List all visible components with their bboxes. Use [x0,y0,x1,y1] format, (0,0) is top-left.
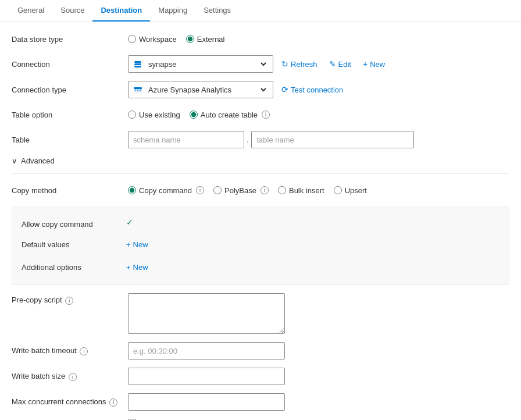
table-option-controls: Use existing Auto create table i [128,111,509,119]
write-batch-timeout-info-icon: i [80,347,88,355]
allow-copy-check-icon: ✓ [126,218,133,227]
write-batch-size-controls [128,368,509,385]
workspace-radio[interactable]: Workspace [128,35,177,44]
auto-create-radio[interactable]: Auto create table i [190,111,270,119]
copy-command-radio[interactable]: Copy command i [128,186,204,195]
upsert-radio-input[interactable] [334,186,342,194]
write-batch-size-input[interactable] [128,368,285,385]
advanced-toggle[interactable]: ∨ Advanced [12,156,509,165]
svg-rect-4 [134,87,142,89]
divider-1 [12,173,509,174]
workspace-radio-label: Workspace [139,35,177,44]
copy-command-radio-input[interactable] [128,186,136,194]
auto-create-info-icon: i [262,111,270,119]
new-additional-options-button[interactable]: + New [126,261,148,274]
use-existing-label: Use existing [139,111,180,119]
new-connection-button[interactable]: + New [359,57,388,71]
max-concurrent-label: Max concurrent connections i [12,397,128,407]
bulk-insert-label: Bulk insert [289,186,324,195]
polybase-info-icon: i [260,186,269,194]
pre-copy-script-textarea[interactable] [128,293,285,334]
default-values-label: Default values [22,238,126,249]
table-option-label: Table option [12,111,128,119]
polybase-label: PolyBase [224,186,256,195]
connection-type-select-wrapper[interactable]: Azure Synapse Analytics [128,81,273,98]
destination-form: Data store type Workspace External Conne… [0,22,521,420]
refresh-icon: ↻ [281,59,288,69]
new-default-values-label: New [133,240,148,249]
tab-source[interactable]: Source [52,0,92,22]
bulk-insert-radio[interactable]: Bulk insert [278,186,324,195]
upsert-radio[interactable]: Upsert [334,186,367,195]
connection-type-select[interactable]: Azure Synapse Analytics [146,85,268,95]
table-label: Table [12,136,128,144]
data-store-type-controls: Workspace External [128,35,509,44]
additional-options-row: Additional options + New [22,256,499,279]
copy-command-label: Copy command [139,186,192,195]
bulk-insert-radio-input[interactable] [278,186,286,194]
use-existing-radio-input[interactable] [128,111,136,119]
allow-copy-command-row: Allow copy command ✓ [22,213,499,233]
advanced-label: Advanced [21,156,55,165]
upsert-label: Upsert [345,186,367,195]
table-row: Table . [12,131,509,148]
edit-label: Edit [338,60,351,69]
tab-settings[interactable]: Settings [195,0,239,22]
refresh-button[interactable]: ↻ Refresh [278,57,321,71]
data-store-type-label: Data store type [12,35,128,44]
svg-point-5 [135,90,136,91]
new-default-values-button[interactable]: + New [126,238,148,251]
copy-command-section: Allow copy command ✓ Default values + Ne… [12,207,509,285]
plus-icon-default: + [126,240,131,249]
default-values-controls: + New [126,238,499,251]
copy-command-info-icon: i [196,186,204,194]
workspace-radio-input[interactable] [128,35,136,43]
tab-bar: General Source Destination Mapping Setti… [0,0,521,22]
connection-type-label: Connection type [12,86,128,94]
data-store-type-row: Data store type Workspace External [12,31,509,47]
additional-options-label: Additional options [22,261,126,272]
allow-copy-command-label: Allow copy command [22,218,126,229]
allow-copy-command-controls: ✓ [126,218,499,227]
write-batch-size-row: Write batch size i [12,368,509,385]
new-additional-options-label: New [133,263,148,272]
additional-options-controls: + New [126,261,499,274]
tab-general[interactable]: General [9,0,52,22]
plus-icon-connection: + [363,59,367,69]
schema-input[interactable] [128,131,244,148]
tab-destination[interactable]: Destination [92,0,150,22]
max-concurrent-input[interactable] [128,393,285,411]
polybase-radio[interactable]: PolyBase i [213,186,269,195]
table-controls: . [128,131,509,148]
schema-table-inputs: . [128,131,414,148]
pre-copy-script-label: Pre-copy script i [12,293,128,305]
svg-point-7 [140,90,141,91]
auto-create-radio-input[interactable] [190,111,198,119]
connection-select-wrapper[interactable]: synapse [128,55,273,73]
svg-rect-2 [134,66,141,67]
test-connection-button[interactable]: ⟳ Test connection [278,83,347,97]
new-connection-label: New [370,60,385,69]
connection-label: Connection [12,60,128,69]
external-radio-label: External [197,35,225,44]
copy-method-controls: Copy command i PolyBase i Bulk insert Up… [128,186,509,195]
synapse-icon [133,85,142,94]
edit-button[interactable]: ✎ Edit [326,57,355,71]
table-input[interactable] [251,131,414,148]
tab-mapping[interactable]: Mapping [150,0,195,22]
copy-method-row: Copy method Copy command i PolyBase i Bu… [12,182,509,198]
external-radio-input[interactable] [186,35,194,43]
svg-rect-1 [134,63,141,65]
polybase-radio-input[interactable] [213,186,222,194]
connection-select[interactable]: synapse [146,59,268,69]
use-existing-radio[interactable]: Use existing [128,111,180,119]
db-icon [133,59,142,69]
write-batch-timeout-controls [128,342,509,360]
table-option-row: Table option Use existing Auto create ta… [12,106,509,123]
connection-row: Connection synapse ↻ Refresh [12,55,509,73]
copy-method-label: Copy method [12,186,128,195]
write-batch-timeout-input[interactable] [128,342,285,360]
test-connection-icon: ⟳ [281,85,288,94]
auto-create-label: Auto create table [201,111,258,119]
external-radio[interactable]: External [186,35,225,44]
